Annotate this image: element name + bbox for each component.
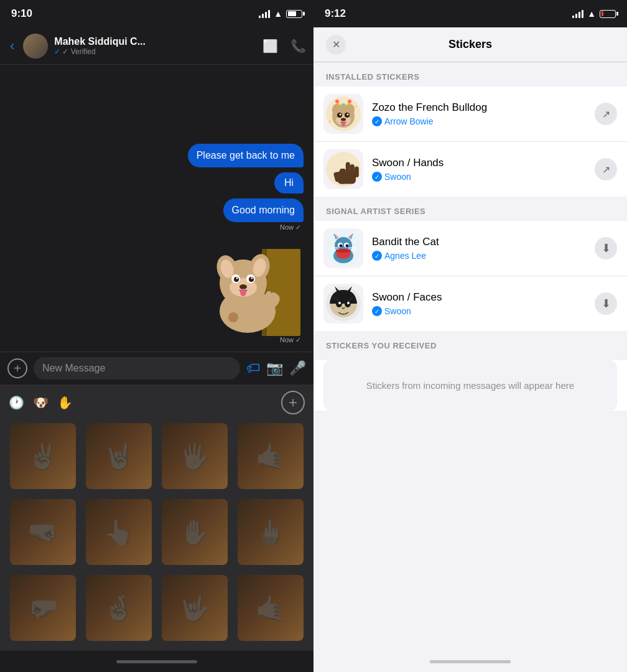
svg-point-68: [338, 302, 341, 304]
message-text: Good morning: [232, 205, 295, 215]
zozo-thumbnail: ✦ ✦: [325, 95, 362, 133]
hands-thumbnail: [325, 151, 362, 188]
message-input[interactable]: New Message: [34, 357, 240, 380]
verified-label: ✓ ✓ Verified: [54, 47, 256, 56]
video-call-button[interactable]: ⬜: [262, 39, 278, 54]
sticker-cell[interactable]: [234, 495, 307, 569]
sticker-item: [10, 499, 76, 565]
home-bar: [430, 660, 511, 663]
home-bar: [116, 660, 197, 663]
input-placeholder: New Message: [42, 363, 105, 374]
sticker-tray-toolbar: 🕐 🐶 ✋ +: [6, 391, 307, 419]
avatar-container: [23, 34, 48, 58]
close-button[interactable]: ✕: [326, 35, 346, 55]
sticker-cell[interactable]: [82, 571, 156, 645]
contact-info: Mahek Siddiqui C... ✓ ✓ Verified: [54, 36, 256, 56]
sticker-info: Swoon / Faces ✓ Swoon: [372, 291, 586, 316]
left-chat-header: ‹ Mahek Siddiqui C... ✓ ✓ Verified ⬜ 📞: [0, 27, 314, 65]
phone-call-button[interactable]: 📞: [290, 39, 306, 54]
message-text: Hi: [284, 177, 294, 188]
sticker-cell[interactable]: [82, 419, 156, 493]
svg-point-14: [251, 278, 253, 279]
svg-point-33: [340, 114, 341, 116]
svg-point-16: [240, 289, 246, 296]
sticker-cell[interactable]: [158, 571, 231, 645]
tray-category-icons: 🕐 🐶 ✋: [9, 395, 73, 410]
battery-icon-low: [600, 10, 616, 18]
sticker-cell[interactable]: [158, 495, 231, 569]
svg-point-55: [340, 245, 343, 248]
svg-point-56: [346, 245, 349, 248]
sticker-picker-button[interactable]: 🏷: [246, 360, 260, 376]
installed-stickers-label: INSTALLED STICKERS: [314, 62, 627, 86]
sticker-item: [10, 575, 76, 641]
sticker-cell[interactable]: [6, 419, 80, 493]
sent-message-bubble: Please get back to me: [188, 144, 304, 167]
hands-sticker-pack-tab[interactable]: ✋: [57, 395, 73, 410]
stickers-content: INSTALLED STICKERS: [314, 62, 627, 651]
share-sticker-button[interactable]: ↗: [595, 103, 617, 125]
sticker-name: Swoon / Hands: [372, 157, 586, 169]
sticker-item: [162, 499, 228, 565]
verified-check-icon: ✓: [54, 47, 60, 56]
sticker-tray: 🕐 🐶 ✋ +: [0, 385, 314, 651]
svg-point-35: [341, 118, 346, 121]
sticker-name: Bandit the Cat: [372, 236, 586, 248]
sticker-grid: [6, 419, 307, 645]
home-indicator: [0, 651, 314, 672]
received-placeholder: Stickers from incoming messages will app…: [323, 360, 617, 411]
svg-point-15: [239, 284, 247, 289]
recent-stickers-tab[interactable]: 🕐: [9, 395, 24, 410]
verified-author-icon: ✓: [372, 306, 382, 316]
share-sticker-button[interactable]: ↗: [595, 158, 617, 180]
sticker-item: [162, 575, 228, 641]
left-status-icons: ▲: [259, 9, 302, 19]
sticker-cell[interactable]: [82, 495, 156, 569]
microphone-button[interactable]: 🎤: [289, 360, 306, 376]
artist-series-list: Bandit the Cat ✓ Agnes Lee ⬇: [314, 221, 627, 331]
sticker-info: Zozo the French Bulldog ✓ Arrow Bowie: [372, 101, 586, 126]
right-time: 9:12: [325, 7, 346, 20]
wifi-icon: ▲: [587, 9, 596, 19]
camera-button[interactable]: 📷: [266, 360, 283, 376]
message-row: Good morning Now ✓: [10, 198, 304, 231]
download-sticker-button[interactable]: ⬇: [595, 237, 617, 259]
sticker-cell[interactable]: [234, 571, 307, 645]
svg-rect-45: [338, 171, 356, 184]
right-status-bar: 9:12 ▲: [314, 0, 627, 27]
sticker-cell[interactable]: [6, 571, 80, 645]
download-sticker-button[interactable]: ⬇: [595, 292, 617, 315]
svg-point-69: [347, 302, 350, 304]
svg-point-24: [335, 100, 339, 103]
message-row: Hi: [10, 172, 304, 194]
add-sticker-pack-button[interactable]: +: [281, 391, 305, 414]
sticker-info: Swoon / Hands ✓ Swoon: [372, 157, 586, 182]
add-attachment-button[interactable]: +: [7, 358, 27, 378]
sticker-cell[interactable]: [158, 419, 231, 493]
sent-message-bubble: Good morning: [223, 198, 304, 222]
svg-point-13: [236, 278, 238, 279]
sticker-cell[interactable]: [234, 419, 307, 493]
sticker-cell[interactable]: [6, 495, 80, 569]
back-button[interactable]: ‹: [7, 35, 17, 57]
artist-series-label: SIGNAL ARTIST SERIES: [314, 197, 627, 221]
faces-thumbnail: [325, 285, 362, 322]
left-panel: 9:10 ▲ ‹ Mahek Siddiqui C... ✓ ✓ Verifie…: [0, 0, 314, 672]
sent-message-bubble: Hi: [274, 172, 304, 194]
sticker-image: [204, 236, 304, 336]
download-icon: ⬇: [601, 297, 611, 310]
sticker-thumbnail: [323, 149, 363, 189]
author-name: Agnes Lee: [384, 251, 426, 261]
verified-author-icon: ✓: [372, 116, 382, 126]
sticker-item: [86, 423, 152, 489]
message-text: Please get back to me: [197, 150, 295, 161]
right-status-icons: ▲: [572, 9, 616, 19]
received-stickers-label: STICKERS YOU RECEIVED: [314, 331, 627, 355]
verified-author-icon: ✓: [372, 251, 382, 261]
home-indicator: [314, 651, 627, 672]
sticker-item: [238, 499, 304, 565]
message-time: Now ✓: [280, 223, 304, 231]
svg-point-34: [347, 114, 349, 116]
contact-name: Mahek Siddiqui C...: [54, 36, 256, 47]
dog-sticker-pack-tab[interactable]: 🐶: [33, 395, 49, 410]
